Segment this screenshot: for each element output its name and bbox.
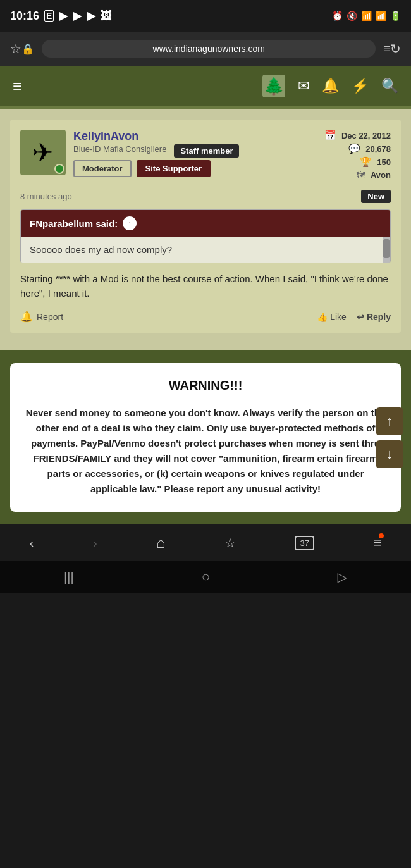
location-icon: 🗺	[356, 170, 365, 180]
scroll-buttons: ↑ ↓	[376, 407, 403, 468]
time: 10:16	[10, 9, 39, 23]
url-bar[interactable]: www.indianagunowners.com	[42, 40, 376, 58]
refresh-icon[interactable]: ↻	[390, 41, 401, 56]
quote-header: FNparabellum said: ↑	[21, 210, 390, 237]
notification-dot	[379, 533, 384, 538]
reply-icon: ↩	[357, 312, 364, 322]
avatar-wrap: ✈	[20, 130, 66, 175]
online-indicator	[54, 164, 64, 174]
android-recent[interactable]: ◁	[338, 569, 347, 585]
trophy-icon: 🏆	[360, 156, 372, 168]
media-icon-1: ▶	[59, 9, 68, 23]
signal-icon: 📶	[376, 11, 386, 21]
media-icon-2: ▶	[73, 9, 82, 23]
site-header: ≡ 🌲 ✉ 🔔 ⚡ 🔍	[0, 66, 411, 106]
staff-badge: Staff member	[174, 144, 239, 158]
image-icon: 🖼	[101, 9, 112, 23]
calendar-icon: 📅	[324, 130, 336, 141]
quote-content: Sooooo does my ad now comply?	[21, 237, 383, 263]
warning-card: WARNING!!! Never send money to someone y…	[10, 363, 401, 512]
android-home[interactable]: ○	[202, 569, 210, 585]
post-timestamp: 8 minutes ago	[20, 192, 72, 201]
star-icon[interactable]: ☆	[10, 41, 21, 56]
bookmark-button[interactable]: ☆	[224, 535, 236, 550]
action-left: 🔔 Report	[20, 311, 63, 323]
status-time-area: 10:16 E ▶ ▶ ▶ 🖼	[10, 9, 112, 23]
post-body: Starting **** with a Mod is not the best…	[20, 272, 391, 301]
e-icon: E	[44, 10, 54, 22]
tabs-button[interactable]: 37	[295, 537, 314, 549]
trophy-count: 150	[377, 158, 391, 167]
warning-title: WARNING!!!	[23, 378, 388, 393]
scroll-down-button[interactable]: ↓	[376, 440, 403, 468]
media-icon-3: ▶	[87, 9, 95, 23]
bell-report-icon: 🔔	[20, 311, 33, 323]
quote-scroll: Sooooo does my ad now comply?	[21, 237, 390, 263]
post-actions: 🔔 Report 👍 Like ↩ Reply	[20, 311, 391, 323]
mail-icon[interactable]: ✉	[298, 78, 309, 94]
like-button[interactable]: 👍 Like	[317, 312, 347, 322]
lock-icon: 🔒	[21, 43, 34, 55]
trophy-row: 🏆 150	[324, 156, 391, 168]
warning-section: WARNING!!! Never send money to someone y…	[0, 350, 411, 524]
back-button[interactable]: ‹	[30, 536, 34, 550]
user-info: KellyinAvon Blue-ID Mafia Consigliere St…	[73, 130, 317, 177]
join-date: Dec 22, 2012	[341, 131, 391, 140]
bottom-nav: ‹ › ⌂ ☆ 37 ≡	[0, 524, 411, 561]
post-card: ✈ KellyinAvon Blue-ID Mafia Consigliere …	[10, 120, 401, 333]
alarm-icon: ⏰	[332, 11, 343, 21]
scrollbar-thumb	[383, 239, 390, 258]
location: Avon	[371, 170, 391, 180]
like-icon: 👍	[317, 312, 328, 322]
search-icon[interactable]: 🔍	[381, 78, 398, 94]
status-bar: 10:16 E ▶ ▶ ▶ 🖼 ⏰ 🔇 📶 📶 🔋	[0, 0, 411, 32]
main-content: ✈ KellyinAvon Blue-ID Mafia Consigliere …	[0, 109, 411, 350]
home-button[interactable]: ⌂	[156, 534, 166, 552]
site-supporter-badge[interactable]: Site Supporter	[137, 160, 211, 177]
menu-button[interactable]: ≡	[373, 535, 381, 551]
scroll-up-button[interactable]: ↑	[376, 407, 403, 435]
forward-button[interactable]: ›	[93, 536, 97, 550]
post-header: ✈ KellyinAvon Blue-ID Mafia Consigliere …	[20, 130, 391, 182]
message-count-row: 💬 20,678	[324, 143, 391, 154]
mute-icon: 🔇	[347, 11, 357, 21]
android-nav: ||| ○ ◁	[0, 561, 411, 593]
android-back[interactable]: |||	[64, 570, 74, 585]
message-icon: 💬	[348, 143, 360, 154]
quote-up-icon[interactable]: ↑	[123, 216, 137, 230]
user-avatar[interactable]: 🌲	[262, 75, 285, 97]
wifi-icon: 📶	[361, 11, 372, 21]
quote-scrollbar[interactable]	[383, 237, 390, 263]
join-date-row: 📅 Dec 22, 2012	[324, 130, 391, 141]
bolt-icon[interactable]: ⚡	[352, 78, 369, 94]
timestamp-row: 8 minutes ago New	[20, 190, 391, 203]
post-meta: 📅 Dec 22, 2012 💬 20,678 🏆 150 🗺 Avon	[324, 130, 391, 182]
hamburger-menu[interactable]: ≡	[13, 77, 22, 96]
header-icons: 🌲 ✉ 🔔 ⚡ 🔍	[262, 75, 398, 97]
reply-button[interactable]: ↩ Reply	[357, 312, 391, 322]
report-button[interactable]: Report	[37, 312, 63, 322]
new-badge: New	[361, 190, 391, 203]
status-right-icons: ⏰ 🔇 📶 📶 🔋	[332, 11, 401, 21]
reader-icon[interactable]: ≡	[383, 42, 390, 56]
quote-block: FNparabellum said: ↑ Sooooo does my ad n…	[20, 209, 391, 263]
battery-icon: 🔋	[390, 11, 401, 21]
action-right: 👍 Like ↩ Reply	[317, 312, 391, 322]
user-badges: Moderator Site Supporter	[73, 160, 317, 177]
quote-author: FNparabellum said:	[30, 218, 118, 229]
location-row: 🗺 Avon	[324, 170, 391, 180]
bell-icon[interactable]: 🔔	[322, 78, 339, 94]
quote-body-text: Sooooo does my ad now comply?	[21, 237, 383, 263]
moderator-badge[interactable]: Moderator	[73, 160, 132, 177]
browser-bar: ☆ 🔒 www.indianagunowners.com ≡ ↻	[0, 32, 411, 66]
warning-text: Never send money to someone you don't kn…	[23, 406, 388, 497]
message-count: 20,678	[365, 144, 391, 154]
username[interactable]: KellyinAvon	[73, 130, 317, 143]
user-title-text: Blue-ID Mafia Consigliere Staff member	[73, 144, 317, 158]
